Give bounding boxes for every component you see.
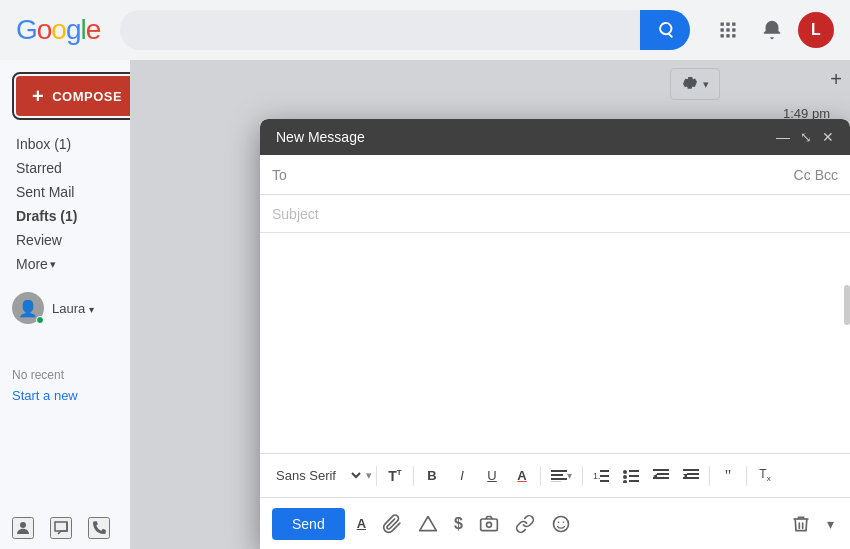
svg-rect-25: [657, 473, 669, 475]
drive-button[interactable]: [414, 510, 442, 538]
remove-format-button[interactable]: Tx: [751, 462, 779, 490]
numbered-list-icon: 1.: [593, 469, 609, 483]
remove-format-icon: Tx: [759, 467, 770, 483]
svg-rect-2: [732, 23, 735, 26]
minimize-button[interactable]: —: [776, 130, 790, 144]
underline-a-button[interactable]: A: [353, 512, 370, 535]
font-size-button[interactable]: TT: [381, 462, 409, 490]
contacts-icon-button[interactable]: [12, 517, 34, 539]
search-input[interactable]: [132, 21, 678, 39]
bullet-list-button[interactable]: [617, 462, 645, 490]
indent-more-button[interactable]: [677, 462, 705, 490]
dollar-button[interactable]: $: [450, 511, 467, 537]
svg-rect-16: [600, 475, 609, 477]
start-new-link[interactable]: Start a new: [12, 388, 78, 403]
italic-icon: I: [460, 468, 464, 483]
svg-rect-28: [683, 469, 699, 471]
compose-label: COMPOSE: [52, 89, 122, 104]
dollar-icon: $: [454, 515, 463, 533]
attach-button[interactable]: [378, 510, 406, 538]
camera-icon: [479, 514, 499, 534]
italic-button[interactable]: I: [448, 462, 476, 490]
sidebar-item-sent[interactable]: Sent Mail: [0, 180, 130, 204]
notification-icon: [761, 19, 783, 41]
chat-icon: [52, 518, 70, 538]
subject-input[interactable]: [272, 206, 838, 222]
cc-bcc-buttons: Cc Bcc: [794, 167, 838, 183]
contacts-icon: [14, 518, 32, 538]
search-icon: [656, 21, 674, 39]
delete-button[interactable]: [787, 510, 815, 538]
emoji-icon: [551, 514, 571, 534]
action-bar: Send A $: [260, 497, 850, 549]
svg-point-37: [563, 521, 565, 523]
bold-button[interactable]: B: [418, 462, 446, 490]
user-item-laura[interactable]: 👤 Laura ▾: [12, 292, 118, 324]
cc-button[interactable]: Cc: [794, 167, 811, 183]
svg-rect-22: [629, 475, 639, 477]
attach-icon: [382, 514, 402, 534]
font-family-chevron: ▾: [366, 469, 372, 482]
bold-icon: B: [427, 468, 436, 483]
no-recent-section: No recent Start a new: [0, 364, 130, 404]
svg-rect-5: [732, 28, 735, 31]
svg-point-35: [554, 516, 569, 531]
svg-point-19: [623, 475, 627, 479]
svg-rect-0: [721, 23, 724, 26]
more-options-button[interactable]: ▾: [823, 512, 838, 536]
compose-button[interactable]: + COMPOSE: [16, 76, 138, 116]
toolbar-sep-5: [709, 466, 710, 486]
search-button[interactable]: [640, 10, 690, 50]
delete-icon: [791, 514, 811, 534]
toolbar-sep-2: [413, 466, 414, 486]
sidebar-item-review[interactable]: Review: [0, 228, 130, 252]
bcc-button[interactable]: Bcc: [815, 167, 838, 183]
font-family-select[interactable]: Sans Serif Serif Monospace: [268, 465, 364, 486]
user-avatar: 👤: [12, 292, 44, 324]
to-input[interactable]: [300, 167, 794, 183]
phone-icon-button[interactable]: [88, 517, 110, 539]
scrollbar-thumb[interactable]: [844, 285, 850, 325]
sidebar: + COMPOSE Inbox (1) Starred Sent Mail Dr…: [0, 60, 130, 549]
expand-button[interactable]: ⤡: [800, 130, 812, 144]
camera-button[interactable]: [475, 510, 503, 538]
align-icon: [551, 470, 567, 482]
underline-a-icon: A: [357, 516, 366, 531]
user-avatar-button[interactable]: L: [798, 12, 834, 48]
apps-icon: [718, 20, 738, 40]
link-button[interactable]: [511, 510, 539, 538]
svg-rect-21: [629, 470, 639, 472]
sidebar-item-drafts[interactable]: Drafts (1): [0, 204, 130, 228]
svg-rect-29: [687, 473, 699, 475]
drive-icon: [418, 514, 438, 534]
top-right-icons: L: [710, 12, 834, 48]
underline-button[interactable]: U: [478, 462, 506, 490]
svg-rect-3: [721, 28, 724, 31]
align-button[interactable]: ▾: [545, 462, 578, 490]
sidebar-item-starred[interactable]: Starred: [0, 156, 130, 180]
text-color-button[interactable]: A: [508, 462, 536, 490]
indent-less-button[interactable]: [647, 462, 675, 490]
svg-rect-10: [551, 470, 567, 472]
top-bar: Google L: [0, 0, 850, 60]
numbered-list-button[interactable]: 1.: [587, 462, 615, 490]
svg-rect-26: [653, 477, 669, 479]
send-button[interactable]: Send: [272, 508, 345, 540]
apps-button[interactable]: [710, 12, 746, 48]
close-button[interactable]: ✕: [822, 130, 834, 144]
compose-body[interactable]: [260, 233, 850, 453]
avatar-letter: L: [811, 21, 821, 39]
sidebar-item-inbox[interactable]: Inbox (1): [0, 132, 130, 156]
svg-rect-23: [629, 480, 639, 482]
blockquote-button[interactable]: ": [714, 462, 742, 490]
user-name: Laura ▾: [52, 301, 94, 316]
gear-button[interactable]: ▾: [670, 68, 720, 100]
chat-icon-button[interactable]: [50, 517, 72, 539]
bullet-list-icon: [623, 469, 639, 483]
notification-button[interactable]: [754, 12, 790, 48]
emoji-button[interactable]: [547, 510, 575, 538]
add-button[interactable]: +: [830, 68, 842, 91]
indent-more-icon: [683, 469, 699, 483]
sidebar-item-more[interactable]: More ▾: [0, 252, 130, 276]
toolbar-sep-3: [540, 466, 541, 486]
